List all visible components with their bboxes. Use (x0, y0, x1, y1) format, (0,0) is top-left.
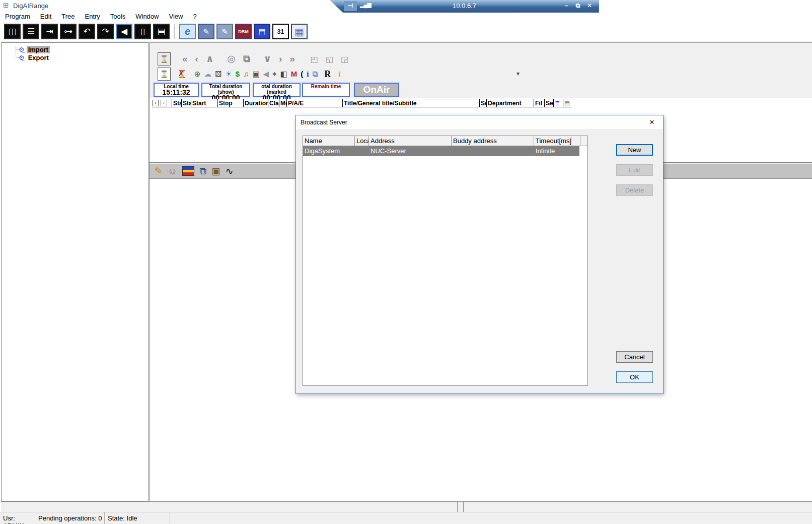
dialog-titlebar[interactable]: Broadcast Server ✕ (296, 115, 663, 129)
go-next-icon[interactable]: › (279, 54, 282, 64)
exit-door-icon[interactable]: ⇥ (41, 24, 58, 39)
menu-tools[interactable]: Tools (105, 12, 130, 21)
joystick-icon[interactable]: ⌖ (272, 70, 276, 79)
col-title[interactable]: Title/General title/Subtitle (342, 99, 479, 107)
col-session[interactable]: Se (544, 99, 553, 107)
col-class[interactable]: Cla (268, 99, 279, 107)
close-button[interactable]: ✕ (585, 2, 594, 11)
onair-button[interactable]: OnAir (354, 83, 399, 97)
col-local[interactable]: Loca (355, 136, 369, 146)
auto-refresh-icon[interactable]: ⌛ (158, 68, 171, 81)
edit-document2-icon[interactable]: ✎ (216, 24, 233, 39)
expand-button[interactable]: + (161, 100, 167, 106)
move-down-icon[interactable]: ∨ (264, 54, 271, 64)
col-start[interactable]: Start (191, 99, 217, 107)
col-status1[interactable]: Sta (172, 99, 181, 107)
menu-window[interactable]: Window (130, 12, 164, 21)
col-stop[interactable]: Stop (217, 99, 243, 107)
save-export-icon[interactable]: ▤ (153, 24, 170, 39)
tree-item-label[interactable]: Export (27, 54, 50, 61)
col-duration[interactable]: Duration (243, 99, 268, 107)
col-department[interactable]: Department (486, 99, 534, 107)
window-clock-icon[interactable]: ⧉ (243, 54, 250, 64)
ok-button[interactable]: OK (616, 371, 653, 383)
tree-item-export[interactable]: ⚙ ← Export (19, 53, 50, 61)
tree-item-label[interactable]: Import (27, 46, 50, 53)
col-buddy-address[interactable]: Buddy address (452, 136, 534, 146)
col-timeout[interactable]: Timeout[ms] (534, 136, 571, 146)
col-status2[interactable]: Sta (181, 99, 191, 107)
go-first-icon[interactable]: « (182, 54, 188, 64)
expand-all-button[interactable]: + (152, 100, 159, 106)
col-address[interactable]: Address (369, 136, 452, 146)
browser-icon[interactable]: e (179, 24, 196, 39)
cards-icon[interactable]: ⧉ (312, 70, 318, 79)
search-document-icon[interactable]: ▤ (254, 24, 270, 39)
waveform-icon[interactable]: ∿ (226, 166, 234, 177)
audio-speaker-icon[interactable]: ◀ (116, 24, 132, 39)
calendar-icon[interactable]: 31 (272, 24, 289, 39)
col-source[interactable]: So (479, 99, 486, 107)
link-entries-icon[interactable]: ◱ (326, 54, 333, 64)
info-icon[interactable]: i (307, 70, 309, 79)
menu-edit[interactable]: Edit (35, 12, 56, 21)
restore-button[interactable]: ⧉ (573, 2, 582, 11)
paste-icon[interactable]: ▣ (211, 166, 220, 177)
key-icon[interactable]: ⊶ (60, 24, 77, 39)
clapper-icon[interactable]: ◧ (280, 70, 287, 79)
trash-icon[interactable]: ▯ (134, 24, 151, 39)
redo-icon[interactable]: ↷ (97, 24, 114, 39)
menu-view[interactable]: View (164, 12, 188, 21)
comment-bubble-icon[interactable]: ☁ (204, 70, 211, 79)
col-name[interactable]: Name (303, 136, 355, 146)
cancel-refresh-icon[interactable]: ⌛ ✗ (177, 70, 187, 79)
sort-icon[interactable]: ≣ (553, 99, 563, 107)
refresh-hourglass-icon[interactable]: ⌛ (158, 52, 171, 66)
split-panels-icon[interactable]: ◫ (4, 24, 21, 39)
document-icon[interactable]: ▤ (563, 99, 572, 107)
col-pae[interactable]: P/A/E (286, 99, 342, 107)
dice-icon[interactable]: ⚄ (215, 70, 222, 79)
new-button[interactable]: New (616, 144, 653, 156)
cancel-button[interactable]: Cancel (616, 351, 653, 363)
pencil-icon[interactable]: ✎ (155, 166, 163, 177)
move-up-icon[interactable]: ∧ (206, 54, 213, 64)
col-medium[interactable]: Me (279, 99, 286, 107)
bracket-icon[interactable]: ( (301, 70, 303, 79)
music-icon[interactable]: ♫ (243, 70, 249, 79)
go-last-icon[interactable]: » (289, 54, 295, 64)
delete-button[interactable]: Delete (616, 184, 653, 196)
info-gold-icon[interactable]: i (338, 70, 340, 79)
edit-document-icon[interactable]: ✎ (198, 24, 214, 39)
globe-icon[interactable]: ⊕ (194, 70, 201, 79)
dialog-close-icon[interactable]: ✕ (648, 118, 656, 126)
edit-button[interactable]: Edit (616, 164, 653, 176)
server-list[interactable]: Name Loca Address Buddy address Timeout[… (303, 136, 588, 386)
minimize-button[interactable]: – (562, 2, 571, 11)
commercial-money-icon[interactable]: $ (236, 70, 240, 79)
copy-icon[interactable]: ⧉ (199, 166, 206, 177)
rds-icon[interactable]: R (324, 70, 331, 79)
marker-m-icon[interactable]: M (291, 70, 298, 79)
jingle-flash-icon[interactable]: ☀ (225, 70, 232, 79)
grid-table-icon[interactable]: ▦ (291, 24, 308, 39)
dbm-icon[interactable]: DBM (235, 24, 252, 39)
menu-entry[interactable]: Entry (80, 12, 105, 21)
menu-program[interactable]: Program (0, 12, 35, 21)
undo-icon[interactable]: ↶ (79, 24, 95, 39)
monitor-icon[interactable]: ▣ (252, 70, 259, 79)
chevron-down-icon[interactable]: ▾ (516, 70, 520, 77)
levels-bars-icon[interactable] (182, 166, 194, 176)
menu-help[interactable]: ? (188, 12, 201, 21)
link-entry-icon[interactable]: ◰ (311, 54, 318, 64)
tree-item-import[interactable]: ⚙ → Import (19, 45, 50, 53)
speaker-face-icon[interactable]: ☺ (168, 166, 177, 177)
menu-tree[interactable]: Tree (56, 12, 80, 21)
log-list-icon[interactable]: ☰ (23, 24, 39, 39)
link-block-icon[interactable]: ◲ (341, 54, 348, 64)
speaker-icon[interactable]: ◀ (263, 70, 269, 79)
server-row-selected[interactable]: DigaSystem NUC-Server Infinite (303, 146, 579, 156)
go-prev-icon[interactable]: ‹ (195, 54, 198, 64)
target-current-icon[interactable]: ◎ (227, 54, 236, 64)
col-file[interactable]: Fil (534, 99, 544, 107)
